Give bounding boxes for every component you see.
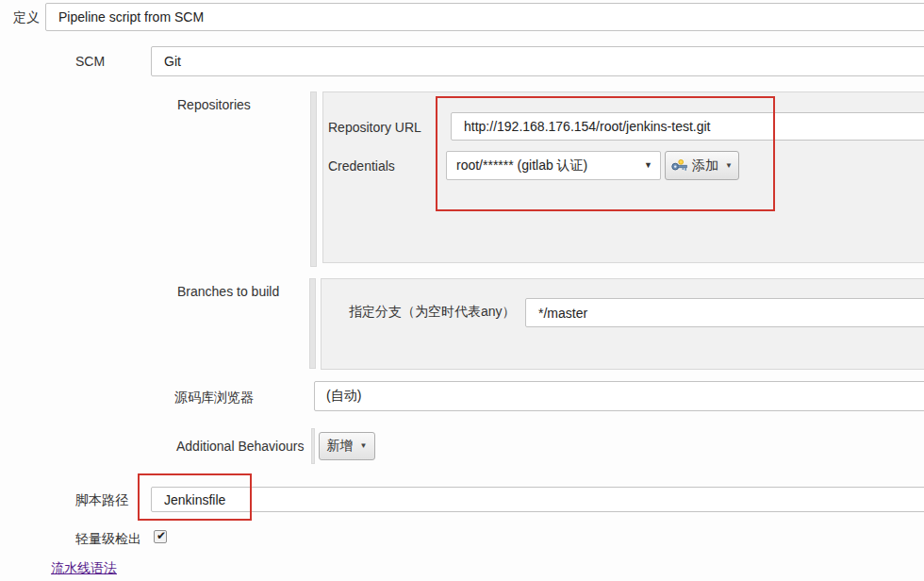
- repositories-section-label: Repositories: [177, 97, 251, 112]
- credentials-label: Credentials: [328, 158, 395, 174]
- repositories-drag-handle[interactable]: [310, 91, 317, 267]
- branches-drag-handle[interactable]: [309, 278, 316, 369]
- repository-browser-label: 源码库浏览器: [174, 390, 254, 405]
- pipeline-syntax-link[interactable]: 流水线语法: [51, 560, 117, 577]
- chevron-down-icon: ▼: [644, 161, 652, 170]
- credentials-select-value: root/****** (gitlab 认证): [456, 158, 587, 174]
- add-credentials-button-label: 添加: [692, 158, 718, 174]
- lightweight-checkout-label: 轻量级检出: [75, 531, 141, 546]
- definition-label: 定义: [13, 9, 40, 25]
- script-path-input[interactable]: [151, 487, 924, 512]
- add-behaviour-button-label: 新增: [327, 438, 354, 455]
- repository-browser-select[interactable]: (自动): [314, 381, 924, 411]
- additional-behaviours-label: Additional Behaviours: [176, 439, 304, 454]
- repository-url-input[interactable]: [451, 112, 924, 141]
- definition-select[interactable]: Pipeline script from SCM: [45, 3, 924, 31]
- behaviours-insertion-strip: [311, 428, 315, 464]
- branches-section-label: Branches to build: [177, 284, 279, 299]
- credentials-select[interactable]: root/****** (gitlab 认证) ▼: [446, 151, 661, 180]
- chevron-down-icon: ▼: [725, 162, 733, 170]
- checkbox-check-icon: ✔: [157, 530, 166, 541]
- script-path-label: 脚本路径: [75, 492, 128, 507]
- add-behaviour-button[interactable]: 新增 ▼: [319, 432, 375, 460]
- scm-label: SCM: [75, 54, 105, 69]
- repository-url-label: Repository URL: [328, 120, 421, 135]
- scm-select[interactable]: Git: [151, 46, 924, 76]
- add-credentials-button[interactable]: 添加 ▼: [665, 151, 739, 180]
- key-icon: [671, 159, 687, 172]
- repository-browser-select-value: (自动): [326, 388, 361, 405]
- branch-specifier-label: 指定分支（为空时代表any）: [349, 304, 516, 319]
- definition-select-value: Pipeline script from SCM: [58, 9, 204, 25]
- chevron-down-icon: ▼: [360, 442, 368, 450]
- scm-select-value: Git: [164, 54, 181, 69]
- branch-specifier-input[interactable]: [525, 298, 924, 327]
- lightweight-checkout-checkbox[interactable]: ✔: [154, 530, 167, 543]
- jenkins-pipeline-scm-config: 定义 Pipeline script from SCM SCM Git Repo…: [0, 0, 924, 581]
